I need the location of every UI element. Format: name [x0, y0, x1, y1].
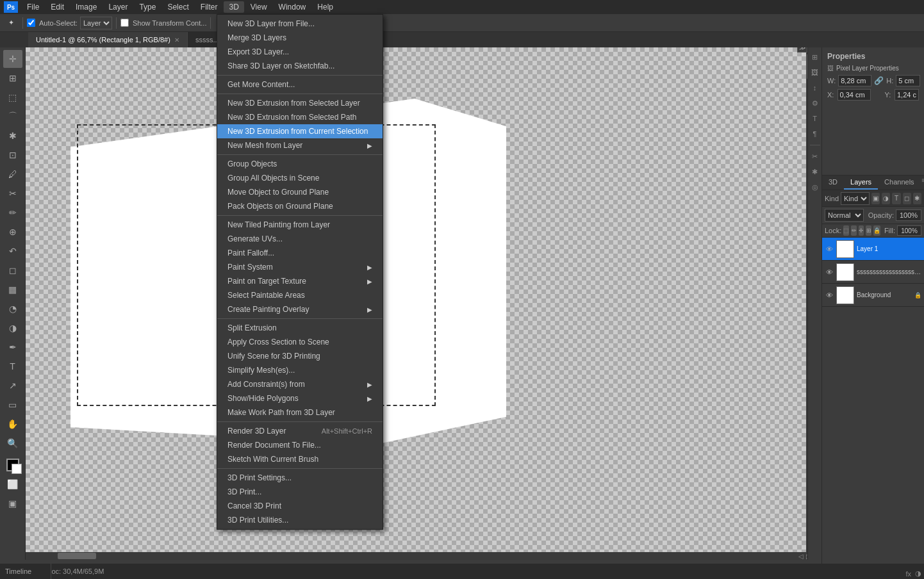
tab-layers[interactable]: Layers [844, 175, 878, 190]
menu-render-document-to-file[interactable]: Render Document To File... [217, 438, 383, 452]
quick-mask-tool[interactable]: ⬜ [3, 475, 22, 493]
layer-row-0[interactable]: 👁 Layer 1 [822, 238, 924, 261]
menu-simplify-mesh[interactable]: Simplify Mesh(es)... [217, 363, 383, 377]
layer-filter-pixel[interactable]: ▣ [871, 193, 880, 204]
brush-tool[interactable]: ✏ [3, 204, 22, 222]
menu-share-3d-layer[interactable]: Share 3D Layer on Sketchfab... [217, 59, 383, 73]
tab-3d[interactable]: 3D [822, 175, 844, 190]
bottom-icon-1[interactable]: fx [905, 570, 911, 578]
panel-icon-6[interactable]: ¶ [809, 128, 821, 140]
menu-add-constraint[interactable]: Add Constraint(s) from ▶ [217, 377, 383, 391]
layer-row-2[interactable]: 👁 Background 🔒 [822, 284, 924, 307]
lock-position[interactable]: ✛ [859, 225, 864, 236]
lock-all[interactable]: 🔒 [873, 225, 880, 236]
menu-group-objects[interactable]: Group Objects [217, 157, 383, 171]
bottom-icon-2[interactable]: ◑ [915, 569, 921, 578]
hand-tool[interactable]: ✋ [3, 415, 22, 433]
eyedropper-tool[interactable]: 🖊 [3, 165, 22, 183]
x-input[interactable] [837, 89, 871, 101]
menu-new-3d-layer-from-file[interactable]: New 3D Layer from File... [217, 17, 383, 31]
artboard-tool[interactable]: ⊞ [3, 69, 22, 87]
menu-make-work-path[interactable]: Make Work Path from 3D Layer [217, 405, 383, 420]
screen-mode-tool[interactable]: ▣ [3, 494, 22, 512]
opacity-input[interactable] [896, 209, 921, 221]
layers-menu-icon[interactable]: ≡ [921, 175, 924, 190]
menu-move-object-ground[interactable]: Move Object to Ground Plane [217, 185, 383, 199]
menu-paint-system[interactable]: Paint System ▶ [217, 260, 383, 274]
menu-new-3d-extrusion-selected-path[interactable]: New 3D Extrusion from Selected Path [217, 110, 383, 124]
menu-merge-3d-layers[interactable]: Merge 3D Layers [217, 31, 383, 45]
menu-new-3d-extrusion-current-selection[interactable]: New 3D Extrusion from Current Selection [217, 124, 383, 138]
zoom-tool[interactable]: 🔍 [3, 434, 22, 452]
menu-view[interactable]: View [245, 1, 272, 13]
heal-tool[interactable]: ✂ [3, 184, 22, 202]
menu-select-paintable-areas[interactable]: Select Paintable Areas [217, 288, 383, 302]
menu-export-3d-layer[interactable]: Export 3D Layer... [217, 45, 383, 59]
layer-1-eye[interactable]: 👁 [825, 268, 834, 277]
menu-split-extrusion[interactable]: Split Extrusion [217, 321, 383, 335]
menu-help[interactable]: Help [312, 1, 338, 13]
menu-image[interactable]: Image [70, 1, 102, 13]
menu-3d-print[interactable]: 3D Print... [217, 485, 383, 499]
gradient-tool[interactable]: ▦ [3, 281, 22, 298]
path-select-tool[interactable]: ↗ [3, 377, 22, 395]
menu-render-3d-layer[interactable]: Render 3D Layer Alt+Shift+Ctrl+R [217, 424, 383, 438]
auto-select-checkbox[interactable] [27, 19, 35, 27]
layer-0-eye[interactable]: 👁 [825, 245, 834, 254]
menu-type[interactable]: Type [134, 1, 161, 13]
shape-tool[interactable]: ▭ [3, 396, 22, 414]
magic-wand-tool[interactable]: ✱ [3, 127, 22, 145]
panel-icon-3[interactable]: ↕ [809, 82, 821, 94]
menu-unify-scene[interactable]: Unify Scene for 3D Printing [217, 349, 383, 363]
layer-row-1[interactable]: 👁 sssssssssssssssssssssssssss... [822, 261, 924, 284]
y-input[interactable] [895, 89, 919, 101]
panel-icon-7[interactable]: ✂ [809, 151, 821, 162]
layer-2-eye[interactable]: 👁 [825, 291, 834, 300]
layer-filter-type[interactable]: T [892, 193, 900, 204]
type-tool[interactable]: T [3, 357, 22, 375]
menu-filter[interactable]: Filter [195, 1, 223, 13]
tab-untitled-close[interactable]: ✕ [174, 37, 179, 44]
menu-new-3d-extrusion-selected-layer[interactable]: New 3D Extrusion from Selected Layer [217, 96, 383, 110]
menu-layer[interactable]: Layer [103, 1, 133, 13]
menu-new-mesh-from-layer[interactable]: New Mesh from Layer ▶ [217, 138, 383, 152]
menu-apply-cross-section[interactable]: Apply Cross Section to Scene [217, 335, 383, 349]
crop-tool[interactable]: ⊡ [3, 146, 22, 164]
link-icon[interactable]: 🔗 [874, 76, 884, 85]
clone-tool[interactable]: ⊕ [3, 223, 22, 241]
h-input[interactable] [896, 75, 920, 86]
menu-create-painting-overlay[interactable]: Create Painting Overlay ▶ [217, 302, 383, 316]
menu-cancel-3d-print[interactable]: Cancel 3D Print [217, 499, 383, 513]
menu-show-hide-polygons[interactable]: Show/Hide Polygons ▶ [217, 391, 383, 405]
lasso-tool[interactable]: ⌒ [3, 108, 22, 126]
panel-icon-4[interactable]: ⚙ [809, 97, 821, 109]
menu-3d[interactable]: 3D [224, 1, 243, 13]
menu-sketch-current-brush[interactable]: Sketch With Current Brush [217, 452, 383, 466]
lock-artboard[interactable]: ⊞ [866, 225, 871, 236]
menu-file[interactable]: File [22, 1, 44, 13]
move-tool-btn[interactable]: ✦ [4, 16, 19, 30]
layer-filter-smart[interactable]: ✱ [913, 193, 921, 204]
show-transform-checkbox[interactable] [120, 19, 129, 27]
background-color[interactable] [12, 464, 22, 474]
menu-generate-uvs[interactable]: Generate UVs... [217, 232, 383, 246]
menu-pack-objects-ground[interactable]: Pack Objects on Ground Plane [217, 199, 383, 213]
panel-icon-1[interactable]: ⊞ [809, 51, 821, 63]
menu-new-tiled-painting[interactable]: New Tiled Painting from Layer [217, 218, 383, 232]
canvas-scrollbar-h-thumb[interactable] [58, 553, 96, 559]
menu-paint-falloff[interactable]: Paint Falloff... [217, 246, 383, 260]
blend-mode-select[interactable]: Normal [825, 209, 864, 222]
lock-pixels[interactable]: ✏ [851, 225, 857, 236]
panel-icon-8[interactable]: ✱ [809, 166, 821, 177]
fill-input[interactable] [897, 225, 921, 236]
canvas-scrollbar-h[interactable]: ◁ ▷ [26, 552, 814, 560]
history-brush-tool[interactable]: ↶ [3, 242, 22, 260]
layer-filter-shape[interactable]: ◻ [903, 193, 911, 204]
menu-3d-print-settings[interactable]: 3D Print Settings... [217, 471, 383, 485]
move-tool[interactable]: ✛ [3, 50, 22, 68]
lock-transparency[interactable]: ⬚ [843, 225, 849, 236]
pen-tool[interactable]: ✒ [3, 338, 22, 356]
menu-window[interactable]: Window [274, 1, 311, 13]
panel-icon-9[interactable]: ◎ [809, 181, 821, 193]
menu-edit[interactable]: Edit [45, 1, 69, 13]
